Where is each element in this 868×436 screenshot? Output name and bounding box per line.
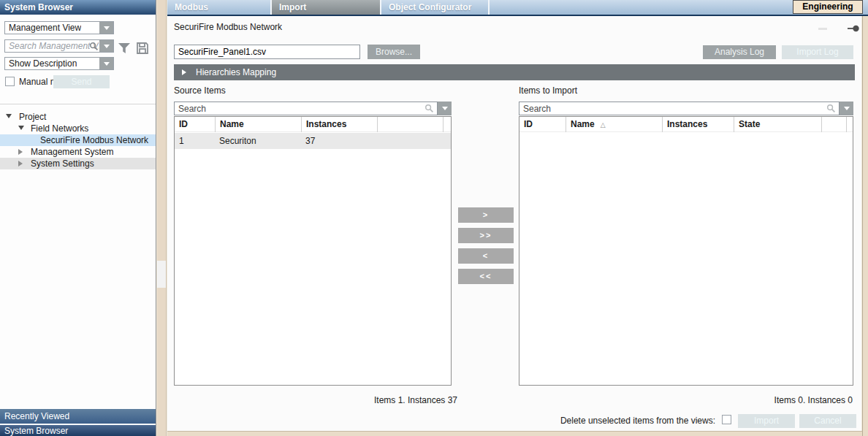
filter-icon[interactable] [117,42,132,57]
column-header-instances[interactable]: Instances [662,117,734,132]
column-header-empty[interactable] [377,117,443,132]
delete-unselected-label: Delete unselected items from the views: [496,416,715,426]
column-header-name[interactable]: Name△ [566,117,662,132]
search-field[interactable] [4,39,114,53]
chevron-down-icon[interactable] [99,22,113,34]
tab-bar: Modbus Import Object Configurator Engine… [167,0,868,16]
remove-all-button[interactable]: << [458,269,514,284]
import-file-input[interactable] [174,45,360,59]
column-header-name[interactable]: Name [215,117,301,132]
table-header-row: ID Name△ Instances State [519,117,853,132]
items-to-import-table: ID Name△ Instances State [519,116,853,386]
collapse-handle[interactable] [818,28,827,30]
search-icon [425,104,434,115]
tab-object-configurator[interactable]: Object Configurator [381,0,488,15]
column-header-empty[interactable] [443,117,452,132]
expander-right-icon[interactable] [18,149,23,155]
divider [0,104,156,104]
table-row[interactable]: 1 Securiton 37 [175,133,451,149]
main-work-area: Modbus Import Object Configurator Engine… [167,0,861,431]
analysis-log-button[interactable]: Analysis Log [703,45,776,59]
engineering-mode-badge[interactable]: Engineering [793,0,863,14]
column-header-empty[interactable] [821,117,846,132]
tree-item-system-settings[interactable]: System Settings [0,158,156,169]
cell-id: 1 [175,133,215,149]
tree-item-field-networks[interactable]: Field Networks [0,123,156,134]
tree-item-project[interactable]: Project [0,111,156,123]
panel-title: System Browser [0,0,156,15]
chevron-down-icon[interactable] [99,40,113,52]
items-to-import-label: Items to Import [519,85,577,96]
cancel-button[interactable]: Cancel [799,414,856,428]
cell-name: Securiton [215,133,301,149]
recently-viewed-panel-header[interactable]: Recently Viewed [0,408,156,424]
system-browser-panel: System Browser Management View Show Desc… [0,0,156,436]
window-frame-edge [862,16,868,436]
add-all-button[interactable]: >> [458,228,514,243]
tree-item-securifire-modbus-network[interactable]: SecuriFire Modbus Network [0,134,156,146]
source-items-table: ID Name Instances 1 Securiton 37 [174,116,452,386]
column-header-empty[interactable] [846,117,853,132]
application-window: System Browser Management View Show Desc… [0,0,868,436]
source-summary: Items 1. Instances 37 [343,395,489,405]
manual-navigation-checkbox[interactable] [5,77,15,86]
search-filter-dropdown[interactable] [840,102,853,115]
tree-item-management-system[interactable]: Management System [0,146,156,158]
tab-modbus[interactable]: Modbus [167,0,270,15]
expander-down-icon[interactable] [18,126,24,130]
tab-separator [488,0,490,15]
column-header-id[interactable]: ID [519,117,566,132]
add-selected-button[interactable]: > [458,207,514,223]
search-icon [826,104,836,115]
display-mode-value: Show Description [9,58,77,69]
import-button[interactable]: Import [738,414,795,428]
window-frame-edge [167,431,862,436]
column-header-instances[interactable]: Instances [301,117,377,132]
search-filter-dropdown[interactable] [438,102,452,115]
source-search-input[interactable] [174,102,438,115]
display-mode-selector[interactable]: Show Description [4,57,114,70]
tab-import[interactable]: Import [272,0,380,15]
expander-right-icon [182,69,186,75]
source-items-label: Source Items [174,85,226,96]
view-selector[interactable]: Management View [4,21,114,34]
save-icon[interactable] [136,42,149,57]
delete-unselected-checkbox[interactable] [722,415,731,424]
expander-right-icon[interactable] [18,161,23,167]
search-icon [89,42,99,53]
source-search-field [174,102,452,115]
sort-ascending-icon: △ [601,121,606,129]
import-log-button[interactable]: Import Log [782,45,853,59]
target-search-field [519,102,853,115]
hierarchies-mapping-expander[interactable]: Hierarchies Mapping [174,64,855,80]
page-title: SecuriFire Modbus Network [174,22,282,32]
manual-navigation-label: Manual na [19,77,54,87]
expander-down-icon[interactable] [6,114,12,118]
system-browser-panel-header[interactable]: System Browser [0,424,156,436]
cell-instances: 37 [301,133,377,149]
chevron-down-icon[interactable] [99,58,113,69]
splitter-drag-handle[interactable] [157,261,166,288]
target-search-input[interactable] [519,102,840,115]
panel-splitter [157,0,167,436]
browse-button[interactable]: Browse... [368,45,420,59]
table-header-row: ID Name Instances [175,117,451,132]
pin-icon[interactable] [848,24,859,34]
column-header-id[interactable]: ID [175,117,215,132]
send-button[interactable]: Send [53,75,110,88]
import-view: SecuriFire Modbus Network Browse... Anal… [167,16,861,431]
column-header-state[interactable]: State [734,117,821,132]
view-selector-value: Management View [9,23,81,34]
search-input[interactable] [5,40,99,52]
remove-selected-button[interactable]: < [458,248,514,264]
target-summary: Items 0. Instances 0 [774,395,853,405]
